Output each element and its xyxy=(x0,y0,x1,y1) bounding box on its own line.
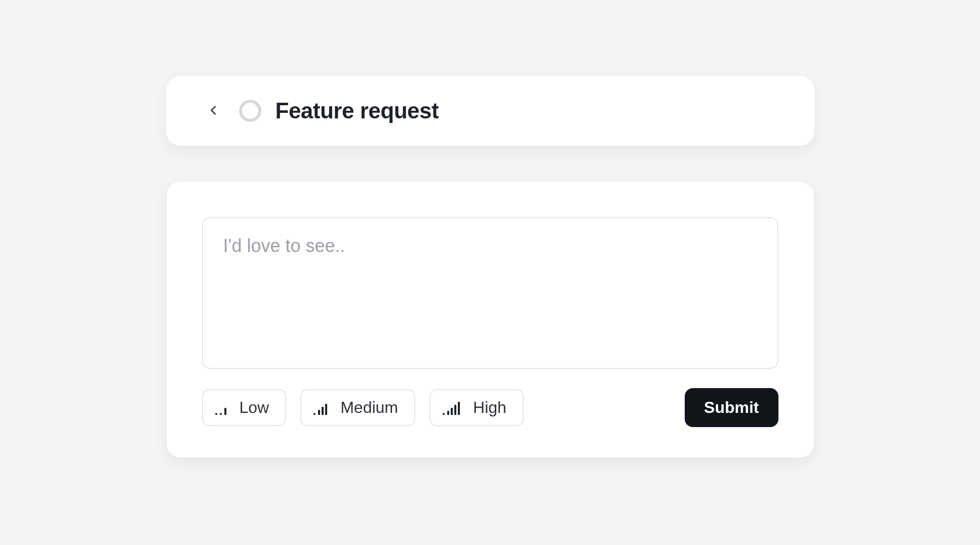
page-title: Feature request xyxy=(276,98,439,123)
priority-low-button[interactable]: Low xyxy=(202,389,287,426)
signal-low-icon xyxy=(215,401,226,415)
priority-high-label: High xyxy=(473,398,506,417)
controls-row: Low Medium xyxy=(202,388,778,427)
priority-group: Low Medium xyxy=(202,389,524,426)
signal-medium-icon xyxy=(313,401,327,415)
submit-button[interactable]: Submit xyxy=(685,388,778,427)
priority-high-button[interactable]: High xyxy=(429,389,524,426)
form-card: Low Medium xyxy=(166,181,814,458)
submit-button-label: Submit xyxy=(704,398,759,416)
priority-low-label: Low xyxy=(240,398,269,417)
chevron-left-icon xyxy=(208,101,219,121)
priority-medium-label: Medium xyxy=(340,398,398,417)
page-root: Feature request Low xyxy=(0,0,980,545)
header-card: Feature request xyxy=(166,76,814,146)
status-circle-icon xyxy=(239,100,261,122)
back-button[interactable] xyxy=(203,100,225,122)
signal-high-icon xyxy=(443,401,460,415)
feature-request-input[interactable] xyxy=(202,217,778,369)
priority-medium-button[interactable]: Medium xyxy=(300,389,415,426)
